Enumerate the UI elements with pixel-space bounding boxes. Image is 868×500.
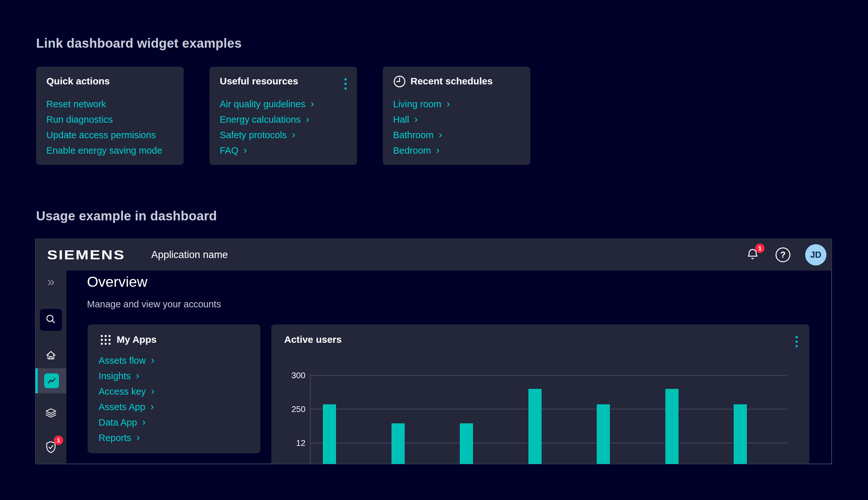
card-title: Quick actions	[46, 75, 110, 87]
link-update-access-permisions[interactable]: Update access permisions	[46, 127, 162, 143]
link-label: Access key	[99, 386, 146, 397]
link-label: Bathroom	[393, 130, 434, 140]
notification-badge: 1	[755, 243, 765, 253]
header-actions: 1 ? JD	[745, 244, 826, 265]
layers-icon	[44, 407, 58, 421]
link-run-diagnostics[interactable]: Run diagnostics	[46, 112, 162, 127]
sidebar-item-layers[interactable]	[43, 406, 59, 422]
link-bedroom[interactable]: Bedroom ›	[393, 143, 450, 158]
chevron-right-icon: ›	[414, 114, 418, 125]
active-users-card: Active users 300 250 12	[271, 325, 809, 464]
y-axis-line	[310, 375, 311, 464]
link-label: Reset network	[46, 99, 106, 110]
chevron-right-icon: ›	[137, 433, 140, 443]
sidebar-collapse-button[interactable]: »	[43, 275, 59, 291]
sidebar-item-home[interactable]	[43, 348, 59, 364]
link-label: Enable energy saving mode	[46, 145, 162, 156]
link-reset-network[interactable]: Reset network	[46, 96, 162, 112]
link-list: Assets flow › Insights › Access key › As…	[99, 353, 154, 445]
widget-card-quick-actions: Quick actions Reset network Run diagnost…	[36, 67, 184, 165]
bar	[460, 423, 473, 464]
link-reports[interactable]: Reports ›	[99, 430, 154, 445]
notifications-button[interactable]: 1	[745, 247, 761, 263]
link-faq[interactable]: FAQ ›	[220, 143, 314, 158]
user-avatar[interactable]: JD	[805, 244, 826, 265]
double-chevron-right-icon: »	[47, 275, 55, 291]
avatar-initials: JD	[810, 250, 822, 260]
link-label: Air quality guidelines	[220, 99, 306, 110]
card-title: Recent schedules	[410, 75, 493, 87]
chevron-right-icon: ›	[136, 371, 139, 381]
sidebar-item-security[interactable]: 1	[43, 440, 59, 456]
bar	[323, 404, 336, 464]
link-label: Assets App	[99, 402, 145, 412]
link-label: Reports	[99, 433, 132, 443]
clock-icon	[392, 75, 407, 90]
section-title-widgets: Link dashboard widget examples	[36, 35, 242, 51]
chevron-right-icon: ›	[306, 114, 309, 125]
kebab-dot	[344, 83, 347, 85]
dashboard-frame: SIEMENS Application name 1 ? JD »	[35, 239, 832, 464]
link-list: Reset network Run diagnostics Update acc…	[46, 96, 162, 158]
active-indicator-bar	[35, 368, 38, 393]
link-label: Energy calculations	[220, 114, 301, 125]
link-assets-app[interactable]: Assets App ›	[99, 399, 154, 414]
link-hall[interactable]: Hall ›	[393, 112, 450, 127]
application-name: Application name	[151, 249, 228, 261]
widget-card-recent-schedules: Recent schedules Living room › Hall › Ba…	[383, 67, 530, 165]
link-label: Living room	[393, 99, 442, 110]
sidebar-item-analytics-active[interactable]	[35, 368, 66, 393]
my-apps-card: My Apps Assets flow › Insights › Access …	[88, 325, 260, 453]
link-label: Data App	[99, 417, 137, 428]
chevron-right-icon: ›	[151, 355, 155, 366]
home-icon	[44, 349, 57, 363]
link-label: Safety protocols	[220, 130, 287, 140]
link-label: Hall	[393, 114, 409, 125]
section-title-usage: Usage example in dashboard	[36, 208, 217, 224]
bar	[734, 404, 747, 464]
trend-chart-icon	[44, 373, 59, 388]
card-title: My Apps	[117, 333, 157, 346]
link-access-key[interactable]: Access key ›	[99, 384, 154, 399]
chevron-right-icon: ›	[243, 145, 247, 156]
kebab-dot	[344, 87, 347, 90]
link-bathroom[interactable]: Bathroom ›	[393, 127, 450, 143]
app-header: SIEMENS Application name 1 ? JD	[35, 239, 832, 271]
link-insights[interactable]: Insights ›	[99, 368, 154, 384]
siemens-logo: SIEMENS	[47, 247, 125, 263]
gridline	[310, 409, 787, 409]
apps-grid-icon	[100, 334, 112, 347]
help-button[interactable]: ?	[776, 247, 790, 262]
y-axis-tick: 12	[280, 438, 306, 448]
kebab-menu-icon[interactable]	[342, 76, 349, 91]
chevron-right-icon: ›	[292, 130, 295, 140]
y-axis-tick: 300	[280, 370, 306, 380]
gridline	[310, 443, 787, 443]
bar	[665, 389, 678, 464]
chevron-right-icon: ›	[142, 417, 146, 428]
link-enable-energy-saving-mode[interactable]: Enable energy saving mode	[46, 143, 162, 158]
link-safety-protocols[interactable]: Safety protocols ›	[220, 127, 314, 143]
sidebar-nav: »	[35, 271, 66, 464]
link-data-app[interactable]: Data App ›	[99, 414, 154, 430]
security-badge: 1	[54, 435, 63, 445]
link-living-room[interactable]: Living room ›	[393, 96, 450, 112]
page-subtitle: Manage and view your accounts	[87, 298, 221, 310]
question-mark-icon: ?	[780, 250, 786, 260]
widget-card-useful-resources: Useful resources Air quality guidelines …	[209, 67, 357, 165]
link-list: Air quality guidelines › Energy calculat…	[220, 96, 314, 158]
sidebar-item-search[interactable]	[40, 309, 62, 331]
card-title: Useful resources	[220, 75, 298, 87]
chart-plot: 300 250 12	[271, 325, 809, 464]
link-assets-flow[interactable]: Assets flow ›	[99, 353, 154, 368]
bar	[391, 423, 405, 464]
chevron-right-icon: ›	[311, 99, 314, 109]
link-label: Update access permisions	[46, 130, 156, 140]
chevron-right-icon: ›	[439, 130, 442, 140]
link-label: Assets flow	[99, 355, 146, 366]
search-icon	[45, 314, 57, 326]
gridline	[310, 375, 787, 376]
link-air-quality-guidelines[interactable]: Air quality guidelines ›	[220, 96, 314, 112]
chevron-right-icon: ›	[150, 402, 154, 412]
link-energy-calculations[interactable]: Energy calculations ›	[220, 112, 314, 127]
